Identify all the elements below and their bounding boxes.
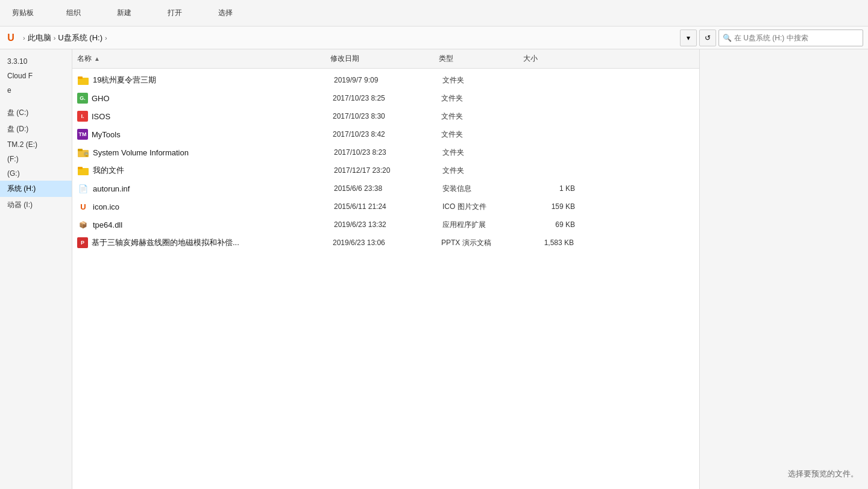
- folder-special-icon: 🔒: [77, 146, 89, 158]
- path-sep-2: ›: [105, 34, 107, 42]
- file-type: 文件夹: [441, 93, 526, 104]
- toolbar-open-label: 打开: [168, 8, 182, 18]
- sort-arrow-name: ▲: [94, 55, 100, 62]
- path-sep-0: ›: [23, 34, 25, 42]
- file-type: 文件夹: [441, 111, 526, 122]
- ico-icon: U: [77, 201, 89, 213]
- table-row[interactable]: P 基于三轴亥姆赫兹线圈的地磁模拟和补偿... 2019/6/23 13:06 …: [72, 234, 699, 252]
- file-name: autorun.inf: [93, 184, 334, 193]
- file-date: 2019/6/23 13:06: [333, 238, 441, 247]
- table-row[interactable]: TM MyTools 2017/10/23 8:42 文件夹: [72, 125, 699, 143]
- file-type: 文件夹: [442, 166, 527, 176]
- sidebar-item-c[interactable]: 盘 (C:): [0, 105, 72, 121]
- file-name: System Volume Information: [93, 148, 334, 157]
- svg-text:🔒: 🔒: [84, 152, 89, 157]
- col-header-size[interactable]: 大小: [523, 54, 583, 64]
- toolbar-organize[interactable]: 组织: [55, 8, 92, 18]
- mytools-icon: TM: [77, 129, 88, 140]
- file-type: PPTX 演示文稿: [441, 238, 526, 248]
- content-area: 名称 ▲ 修改日期 类型 大小 19杭州夏令营三期 2019/9/7 9:09: [72, 49, 699, 489]
- file-size: 1 KB: [527, 184, 587, 193]
- file-date: 2019/9/7 9:09: [334, 76, 442, 84]
- folder-icon: [77, 164, 89, 176]
- toolbar-new[interactable]: 新建: [106, 8, 142, 18]
- table-row[interactable]: 📄 autorun.inf 2015/6/6 23:38 安装信息 1 KB: [72, 179, 699, 198]
- inf-icon: 📄: [77, 182, 89, 195]
- sidebar: 3.3.10 Cloud F e 盘 (C:) 盘 (D:) TM.2 (E:)…: [0, 49, 72, 489]
- dropdown-button[interactable]: ▾: [680, 30, 697, 46]
- svg-rect-1: [78, 76, 83, 79]
- sidebar-spacer: [0, 98, 72, 105]
- file-name: 我的文件: [93, 165, 334, 176]
- search-input[interactable]: [734, 34, 859, 42]
- file-size: 159 KB: [527, 202, 587, 211]
- sidebar-item-2[interactable]: e: [0, 83, 72, 98]
- sidebar-item-i[interactable]: 动器 (I:): [0, 197, 72, 213]
- file-name: icon.ico: [93, 202, 334, 211]
- sidebar-item-h[interactable]: 系统 (H:): [0, 181, 72, 197]
- path-drive[interactable]: U盘系统 (H:): [58, 33, 102, 43]
- toolbar-select-label: 选择: [218, 8, 233, 18]
- refresh-button[interactable]: ↺: [699, 30, 716, 46]
- col-header-name[interactable]: 名称 ▲: [77, 54, 330, 64]
- dll-icon: 📦: [77, 219, 89, 231]
- col-header-type[interactable]: 类型: [439, 54, 523, 64]
- table-row[interactable]: G. GHO 2017/10/23 8:25 文件夹: [72, 89, 699, 107]
- address-controls: ▾ ↺: [680, 30, 716, 46]
- file-type: 文件夹: [442, 148, 527, 158]
- toolbar-new-label: 新建: [117, 8, 131, 18]
- file-date: 2015/6/11 21:24: [334, 202, 442, 211]
- path-this-pc[interactable]: 此电脑: [28, 33, 51, 43]
- file-date: 2017/10/23 8:25: [333, 94, 441, 102]
- main-layout: 3.3.10 Cloud F e 盘 (C:) 盘 (D:) TM.2 (E:)…: [0, 49, 868, 489]
- file-name: MyTools: [92, 130, 333, 139]
- toolbar-select[interactable]: 选择: [207, 8, 244, 18]
- sidebar-item-1[interactable]: Cloud F: [0, 69, 72, 83]
- table-row[interactable]: 📦 tpe64.dll 2019/6/23 13:32 应用程序扩展 69 KB: [72, 216, 699, 234]
- gho-icon: G.: [77, 93, 88, 104]
- file-list: 19杭州夏令营三期 2019/9/7 9:09 文件夹 G. GHO 2017/…: [72, 69, 699, 489]
- toolbar-clipboard-label: 剪贴板: [12, 8, 34, 18]
- col-header-date[interactable]: 修改日期: [330, 54, 439, 64]
- column-headers: 名称 ▲ 修改日期 类型 大小: [72, 49, 699, 69]
- file-size: 69 KB: [527, 220, 587, 229]
- pptx-icon: P: [77, 237, 88, 248]
- search-box[interactable]: 🔍: [719, 30, 863, 46]
- file-type: 文件夹: [442, 75, 527, 86]
- file-date: 2017/12/17 23:20: [334, 166, 442, 175]
- preview-panel: 选择要预览的文件。: [699, 49, 868, 489]
- table-row[interactable]: I. ISOS 2017/10/23 8:30 文件夹: [72, 107, 699, 125]
- toolbar-organize-label: 组织: [66, 8, 81, 18]
- file-name: 基于三轴亥姆赫兹线圈的地磁模拟和补偿...: [92, 237, 333, 248]
- file-name: 19杭州夏令营三期: [93, 75, 334, 86]
- preview-hint: 选择要预览的文件。: [788, 469, 858, 479]
- file-date: 2019/6/23 13:32: [334, 220, 442, 229]
- path-sep-1: ›: [54, 34, 56, 42]
- sidebar-item-e[interactable]: TM.2 (E:): [0, 137, 72, 152]
- file-date: 2017/10/23 8:23: [334, 148, 442, 157]
- table-row[interactable]: 我的文件 2017/12/17 23:20 文件夹: [72, 161, 699, 179]
- file-size: 1,583 KB: [526, 238, 586, 247]
- table-row[interactable]: U icon.ico 2015/6/11 21:24 ICO 图片文件 159 …: [72, 198, 699, 216]
- sidebar-item-f[interactable]: (F:): [0, 152, 72, 166]
- address-bar: U › 此电脑 › U盘系统 (H:) › ▾ ↺ 🔍: [0, 26, 868, 49]
- file-type: 文件夹: [441, 129, 526, 140]
- toolbar-open[interactable]: 打开: [157, 8, 193, 18]
- toolbar-clipboard: 剪贴板: [5, 8, 41, 18]
- file-date: 2017/10/23 8:30: [333, 112, 441, 120]
- sidebar-item-g[interactable]: (G:): [0, 166, 72, 181]
- file-type: ICO 图片文件: [442, 202, 527, 212]
- sidebar-item-0[interactable]: 3.3.10: [0, 54, 72, 69]
- sidebar-item-d[interactable]: 盘 (D:): [0, 121, 72, 137]
- app-icon: U: [5, 32, 17, 44]
- file-name: ISOS: [92, 112, 333, 121]
- isos-icon: I.: [77, 111, 88, 122]
- file-name: tpe64.dll: [93, 220, 334, 229]
- file-date: 2017/10/23 8:42: [333, 130, 441, 139]
- folder-icon: [77, 74, 89, 86]
- svg-rect-7: [78, 167, 83, 169]
- address-path: › 此电脑 › U盘系统 (H:) ›: [23, 33, 678, 43]
- table-row[interactable]: 19杭州夏令营三期 2019/9/7 9:09 文件夹: [72, 71, 699, 89]
- file-type: 安装信息: [442, 184, 527, 194]
- table-row[interactable]: 🔒 System Volume Information 2017/10/23 8…: [72, 143, 699, 161]
